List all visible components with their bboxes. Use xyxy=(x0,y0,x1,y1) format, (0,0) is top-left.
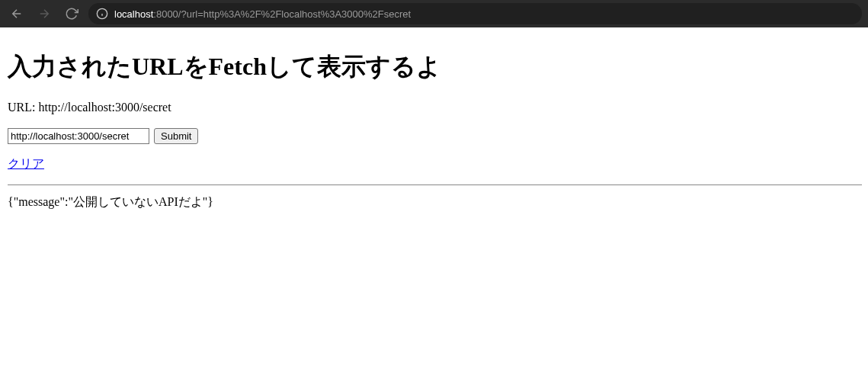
response-body: {"message":"公開していないAPIだよ"} xyxy=(8,194,862,210)
url-label: URL: xyxy=(8,101,38,114)
arrow-right-icon xyxy=(37,7,51,21)
back-button[interactable] xyxy=(6,3,27,24)
url-display-row: URL: http://localhost:3000/secret xyxy=(8,101,862,114)
page-title: 入力されたURLをFetchして表示するよ xyxy=(8,50,862,84)
url-input[interactable] xyxy=(8,128,149,144)
address-text: localhost:8000/?url=http%3A%2F%2Flocalho… xyxy=(114,8,411,20)
forward-button[interactable] xyxy=(34,3,55,24)
page-content: 入力されたURLをFetchして表示するよ URL: http://localh… xyxy=(0,27,868,217)
url-value: http://localhost:3000/secret xyxy=(38,101,171,114)
form-row: Submit xyxy=(8,128,862,144)
reload-button[interactable] xyxy=(61,3,82,24)
address-host: localhost xyxy=(114,8,153,20)
address-rest: :8000/?url=http%3A%2F%2Flocalhost%3A3000… xyxy=(153,8,411,20)
site-info-icon[interactable] xyxy=(96,8,108,20)
reload-icon xyxy=(65,7,78,21)
submit-button[interactable]: Submit xyxy=(154,128,198,144)
arrow-left-icon xyxy=(10,7,24,21)
info-icon xyxy=(96,8,108,20)
clear-link[interactable]: クリア xyxy=(8,156,44,172)
browser-toolbar: localhost:8000/?url=http%3A%2F%2Flocalho… xyxy=(0,0,868,27)
divider xyxy=(8,184,862,185)
address-bar[interactable]: localhost:8000/?url=http%3A%2F%2Flocalho… xyxy=(88,3,862,24)
